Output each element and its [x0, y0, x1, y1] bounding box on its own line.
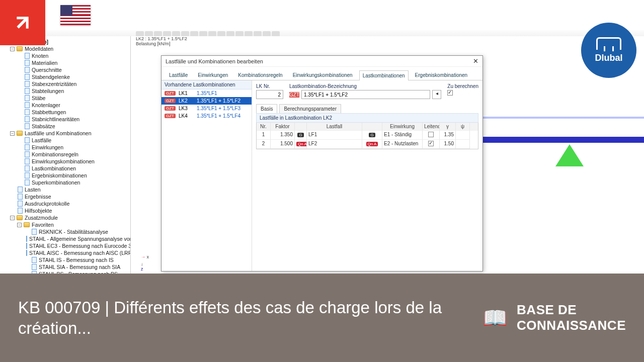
caption-category-2: CONNAISSANCE: [517, 318, 626, 333]
grid-header-cell: [295, 123, 307, 131]
folder-icon: [17, 46, 23, 51]
lknr-input[interactable]: [256, 90, 283, 99]
grid-row[interactable]: 21.500Qn ALF2Qn AE2 - Nutzlasten1.50: [257, 140, 478, 149]
dialog-tab[interactable]: Lastkombinationen: [359, 70, 409, 80]
grid-title: Lastfälle in Lastkombination LK2: [256, 113, 478, 123]
bez-input[interactable]: [301, 90, 430, 99]
document-icon: [25, 53, 30, 59]
document-icon: [25, 95, 30, 101]
document-icon: [25, 88, 30, 94]
nav-item[interactable]: −Zusatzmodule: [3, 214, 127, 221]
document-icon: [32, 229, 37, 235]
nav-item[interactable]: Stabbettungen: [3, 109, 127, 116]
bridge-icon: [596, 37, 621, 50]
support-icon: [555, 144, 584, 166]
nav-item[interactable]: RSKNICK - Stabilitätsanalyse: [3, 228, 127, 235]
document-icon: [25, 172, 30, 178]
nav-item[interactable]: STAHL EC3 - Bemessung nach Eurocode 3: [3, 242, 127, 249]
grid-header-cell: [362, 123, 382, 131]
dialog-tab[interactable]: Lastfälle: [166, 70, 191, 80]
document-icon: [25, 144, 30, 150]
overlay-top-bar: [0, 0, 644, 30]
nav-item[interactable]: −Favoriten: [3, 221, 127, 228]
brand-name: Dlubal: [595, 53, 622, 63]
calc-checkbox[interactable]: [447, 90, 453, 96]
combo-row[interactable]: GZTLK41.35*LF1 + 1.5*LF4: [162, 112, 252, 120]
dialog-tab[interactable]: Einwirkungen: [194, 70, 231, 80]
document-icon: [32, 257, 37, 263]
beam-element[interactable]: [483, 137, 644, 143]
grid-row[interactable]: 11.350GLF1GE1 - Ständig1.35: [257, 131, 478, 140]
video-caption-overlay: KB 000709 | Différents effets des cas de…: [0, 274, 644, 362]
document-icon: [25, 102, 30, 108]
document-icon: [25, 60, 30, 66]
nav-item[interactable]: Kombinationsregeln: [3, 151, 127, 158]
subtab-calc-params[interactable]: Berechnungsparameter: [279, 104, 341, 113]
dialog-tab[interactable]: Kombinationsregeln: [234, 70, 286, 80]
document-icon: [25, 74, 30, 80]
nav-item[interactable]: −Modelldaten: [3, 45, 127, 52]
detail-subtabs[interactable]: Basis Berechnungsparameter: [256, 104, 478, 114]
nav-item[interactable]: Stäbe: [3, 95, 127, 102]
dialog-titlebar[interactable]: Lastfälle und Kombinationen bearbeiten ✕: [162, 56, 482, 67]
grid-header-cell: Einwirkung: [382, 123, 423, 131]
nav-item[interactable]: Superkombinationen: [3, 179, 127, 186]
document-icon: [32, 264, 37, 270]
nav-item[interactable]: STAHL - Allgemeine Spannungsanalyse von …: [3, 235, 127, 242]
nav-item[interactable]: Lastkombinationen: [3, 165, 127, 172]
combo-detail-panel: LK Nr. Lastkombination-Bezeichnung GZT ◂…: [252, 80, 482, 271]
dialog-tab[interactable]: Ergebniskombinationen: [412, 70, 471, 80]
grid-header-cell: Faktor: [271, 123, 295, 131]
nav-item[interactable]: Hilfsobjekte: [3, 207, 127, 214]
nav-item[interactable]: −Lastfälle und Kombinationen: [3, 130, 127, 137]
document-icon: [25, 179, 30, 186]
document-icon: [26, 236, 27, 242]
nav-item[interactable]: Stabnichtlinearitäten: [3, 116, 127, 123]
combo-row[interactable]: GZTLK21.35*LF1 + 1.5*LF2: [162, 97, 252, 105]
nav-item[interactable]: Knoten: [3, 52, 127, 59]
grid-header-cell: Nr.: [257, 123, 271, 131]
document-icon: [25, 109, 30, 115]
nav-item[interactable]: STAHL IS - Bemessung nach IS: [3, 256, 127, 263]
load-distribution: [483, 117, 644, 119]
nav-item[interactable]: Stabendgelenke: [3, 73, 127, 80]
corner-arrow-badge: [0, 0, 45, 45]
nav-item[interactable]: Materialien: [3, 59, 127, 66]
grid-header-cell: Lastfall: [307, 123, 362, 131]
bez-picker-icon[interactable]: ◂: [432, 90, 441, 99]
nav-item[interactable]: Lasten: [3, 186, 127, 193]
nav-item[interactable]: Ergebnisse: [3, 193, 127, 200]
dialog-tab[interactable]: Einwirkungskombinationen: [289, 70, 356, 80]
nav-item[interactable]: Stabteilungen: [3, 87, 127, 95]
nav-item[interactable]: Querschnitte: [3, 66, 127, 73]
combo-row[interactable]: GZTLK11.35*LF1: [162, 89, 252, 97]
load-cases-grid[interactable]: Nr.FaktorLastfallEinwirkungLeitendγψ 11.…: [256, 123, 478, 149]
document-icon: [25, 137, 30, 143]
dialog-tabs[interactable]: LastfälleEinwirkungenKombinationsregelnE…: [162, 67, 482, 80]
caption-category-1: BASE DE: [517, 302, 626, 318]
document-icon: [18, 187, 23, 193]
folder-icon: [24, 222, 30, 227]
nav-item[interactable]: STAHL AISC - Bemessung nach AISC (LRFD o: [3, 249, 127, 256]
document-icon: [25, 81, 30, 87]
nav-item[interactable]: Lastfälle: [3, 137, 127, 144]
nav-item[interactable]: Knotenlager: [3, 102, 127, 109]
dlubal-logo-badge: Dlubal: [581, 23, 636, 78]
nav-item[interactable]: Einwirkungskombinationen: [3, 158, 127, 165]
axis-gizmo: → x ↓z: [141, 254, 149, 272]
nav-item[interactable]: Stabexzentrizitäten: [3, 80, 127, 87]
nav-item[interactable]: Ausdruckprotokolle: [3, 200, 127, 207]
document-icon: [25, 116, 30, 122]
dialog-close-icon[interactable]: ✕: [473, 57, 478, 65]
document-icon: [25, 158, 30, 164]
document-icon: [18, 194, 23, 200]
nav-item[interactable]: Einwirkungen: [3, 144, 127, 151]
nav-item[interactable]: Stabsätze: [3, 123, 127, 130]
combo-row[interactable]: GZTLK31.35*LF1 + 1.5*LF3: [162, 105, 252, 112]
combo-list-panel: Vorhandene Lastkombinationen GZTLK11.35*…: [162, 80, 252, 271]
grid-header-cell: ψ: [456, 123, 470, 131]
load-combinations-dialog: Lastfälle und Kombinationen bearbeiten ✕…: [161, 55, 483, 272]
nav-item[interactable]: STAHL SIA - Bemessung nach SIA: [3, 263, 127, 270]
subtab-basis[interactable]: Basis: [256, 104, 277, 113]
nav-item[interactable]: Ergebniskombinationen: [3, 172, 127, 179]
